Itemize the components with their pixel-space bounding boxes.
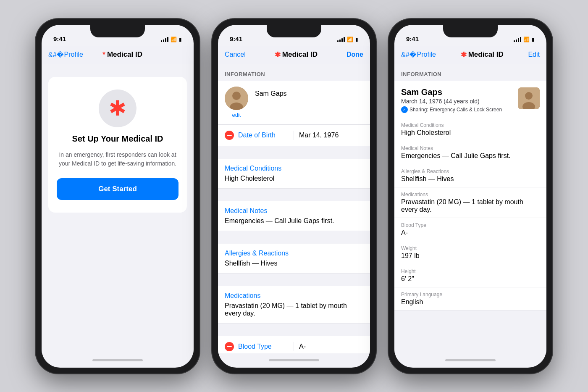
profile-row: edit Sam Gaps [218, 81, 370, 124]
chevron-left-icon-1: &#� [48, 51, 63, 59]
home-indicator-2 [218, 353, 370, 368]
name-field[interactable]: Sam Gaps [255, 87, 363, 97]
medications-field-value: Pravastatin (20 MG) — 1 tablet by mouth … [401, 198, 540, 213]
avatar-image-3 [518, 87, 540, 109]
language-field-label: Primary Language [401, 292, 540, 297]
medical-notes-block: Medical Notes Emergencies — Call Julie G… [218, 201, 370, 231]
medical-conditions-field-value: High Cholesterol [401, 129, 540, 137]
home-bar-2 [269, 359, 319, 361]
status-time-3: 9:41 [406, 35, 419, 42]
allergies-field-label: Allergies & Reactions [401, 168, 540, 174]
home-bar-1 [92, 359, 143, 361]
blood-type-row[interactable]: Blood Type A- [218, 336, 370, 353]
back-button-1[interactable]: &#� Profile [48, 51, 83, 59]
gap-4 [218, 274, 370, 286]
home-indicator-1 [42, 353, 194, 368]
svg-point-4 [525, 92, 533, 100]
content-1: ✱ Set Up Your Medical ID In an emergency… [42, 64, 194, 353]
dob-value: Mar 14, 1976 [299, 132, 363, 139]
nav-bar-3: &#� Profile ✱ Medical ID Edit [394, 46, 546, 64]
blood-type-label: Blood Type [238, 343, 289, 350]
battery-icon-2: ▮ [355, 37, 358, 42]
medications-field-label: Medications [401, 192, 540, 197]
avatar-area: edit [225, 87, 248, 118]
signal-bars-1 [161, 37, 168, 42]
medical-notes-value: Emergencies — Call Julie Gaps first. [225, 217, 363, 225]
nav-bar-1: &#� Profile * Medical ID [42, 46, 194, 64]
dob-minus-btn[interactable] [225, 131, 234, 140]
status-time-2: 9:41 [230, 35, 242, 42]
allergies-block: Allergies & Reactions Shellfish — Hives [218, 244, 370, 274]
allergies-field: Allergies & Reactions Shellfish — Hives [394, 164, 546, 187]
medical-notes-field: Medical Notes Emergencies — Call Julie G… [394, 141, 546, 164]
sharing-text: Sharing: Emergency Calls & Lock Screen [410, 107, 502, 113]
medical-conditions-block: Medical Conditions High Cholesterol [218, 159, 370, 189]
phone-2: 9:41 📶 ▮ Cancel ✱ Medical ID Done [212, 19, 376, 374]
section-header-2: Information [218, 64, 370, 81]
status-time-1: 9:41 [53, 35, 66, 42]
gap-1 [218, 146, 370, 159]
edit-photo-link[interactable]: edit [232, 112, 241, 118]
medical-notes-label: Medical Notes [225, 207, 363, 215]
content-2[interactable]: Information edit Sam Gaps [218, 64, 370, 353]
blood-type-value: A- [299, 343, 363, 350]
medications-field: Medications Pravastatin (20 MG) — 1 tabl… [394, 187, 546, 218]
battery-icon-3: ▮ [532, 37, 535, 42]
home-bar-3 [445, 359, 496, 361]
medications-value: Pravastatin (20 MG) — 1 tablet by mouth … [225, 302, 363, 317]
content-3[interactable]: Information Sam Gaps March 14, 1976 (44 … [394, 64, 546, 353]
notch-2 [267, 25, 321, 37]
nav-bar-2: Cancel ✱ Medical ID Done [218, 46, 370, 64]
battery-icon-1: ▮ [179, 37, 182, 42]
setup-desc: In an emergency, first responders can lo… [57, 150, 178, 168]
section-header-3: Information [394, 64, 546, 81]
language-field: Primary Language English [394, 287, 546, 310]
name-content: Sam Gaps March 14, 1976 (44 years old) ✓… [401, 87, 502, 113]
medical-notes-field-label: Medical Notes [401, 145, 540, 151]
cancel-button[interactable]: Cancel [225, 51, 246, 58]
gap-3 [218, 231, 370, 244]
wifi-icon-3: 📶 [523, 37, 530, 42]
notch-1 [90, 25, 145, 37]
medical-conditions-field-label: Medical Conditions [401, 122, 540, 128]
blood-type-field-value: A- [401, 229, 540, 237]
phone-3: 9:41 📶 ▮ &#� Profile ✱ Medical ID [388, 19, 552, 374]
allergies-value: Shellfish — Hives [225, 260, 363, 267]
medical-conditions-label: Medical Conditions [225, 165, 363, 172]
chevron-left-icon-3: &#� [401, 51, 416, 59]
signal-bars-2 [337, 37, 345, 42]
asterisk-icon-2: ✱ [275, 50, 281, 59]
done-button[interactable]: Done [346, 51, 363, 58]
weight-field-value: 197 lb [401, 252, 540, 260]
gap-2 [218, 189, 370, 201]
signal-bars-3 [514, 37, 521, 42]
medications-block: Medications Pravastatin (20 MG) — 1 tabl… [218, 286, 370, 324]
weight-field: Weight 197 lb [394, 241, 546, 264]
height-field: Height 6′ 2″ [394, 264, 546, 287]
status-icons-3: 📶 ▮ [514, 37, 535, 42]
weight-field-label: Weight [401, 245, 540, 251]
language-field-value: English [401, 298, 540, 306]
get-started-button[interactable]: Get Started [57, 178, 178, 200]
medical-conditions-field: Medical Conditions High Cholesterol [394, 118, 546, 141]
profile-info-row: Sam Gaps March 14, 1976 (44 years old) ✓… [394, 81, 546, 118]
avatar-svg-3 [518, 87, 540, 109]
blood-type-field-label: Blood Type [401, 222, 540, 228]
svg-point-1 [232, 92, 241, 100]
medical-notes-field-value: Emergencies — Call Julie Gaps first. [401, 152, 540, 160]
wifi-icon-2: 📶 [347, 37, 353, 42]
blood-type-minus-btn[interactable] [225, 342, 234, 351]
notch-3 [443, 25, 498, 37]
dob-label: Date of Birth [238, 132, 289, 139]
dob-row[interactable]: Date of Birth Mar 14, 1976 [218, 124, 370, 146]
medical-icon-circle: ✱ [99, 89, 136, 127]
edit-button[interactable]: Edit [528, 51, 540, 58]
gap-5 [218, 324, 370, 336]
blood-type-field: Blood Type A- [394, 218, 546, 241]
phone-1: 9:41 📶 ▮ &#� Profile * Medical ID [36, 19, 200, 374]
status-icons-2: 📶 ▮ [337, 37, 358, 42]
asterisk-icon-1: * [102, 50, 105, 59]
medications-label: Medications [225, 292, 363, 300]
back-button-3[interactable]: &#� Profile [401, 51, 436, 59]
setup-title: Set Up Your Medical ID [72, 134, 163, 144]
